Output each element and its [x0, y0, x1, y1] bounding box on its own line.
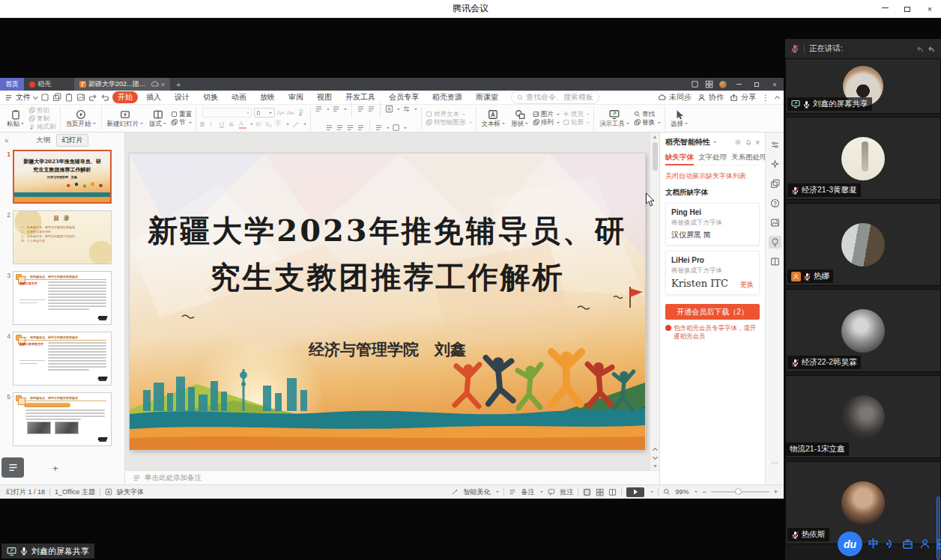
shrink-font-button[interactable]: A [287, 109, 294, 117]
participant-tile[interactable]: 刘鑫的屏幕共享 [785, 58, 941, 114]
ribbon-tab-rain-classroom[interactable]: 雨课堂 [470, 91, 503, 103]
superscript-button[interactable]: X² [255, 121, 263, 128]
undo-icon[interactable] [88, 93, 97, 102]
increase-indent-icon[interactable] [367, 105, 375, 113]
layout-button[interactable]: 版式 [148, 109, 168, 127]
bullet-list-icon[interactable] [315, 105, 323, 113]
ribbon-tab-design[interactable]: 设计 [169, 91, 195, 103]
underline-button[interactable]: U [220, 121, 227, 128]
picture-button[interactable]: 图片 [533, 111, 560, 118]
font-size-select[interactable]: 0 [254, 108, 275, 118]
align-center-icon[interactable] [336, 124, 344, 132]
present-tools-button[interactable]: 演示工具 [598, 109, 631, 127]
normal-view-icon[interactable] [583, 488, 591, 496]
font-card[interactable]: Ping Hei 将替换成下方字体 汉仪屏黑 简 [665, 203, 760, 246]
decrease-indent-icon[interactable] [357, 105, 365, 113]
find-button[interactable]: 查找 [634, 111, 661, 118]
scrollbar-thumb[interactable] [653, 142, 658, 171]
keyboard-grid-icon[interactable] [937, 538, 941, 550]
sync-status[interactable]: 未同步 [658, 92, 692, 103]
select-button[interactable]: 选择 [669, 109, 689, 127]
scroll-up-icon[interactable]: ▲ [650, 133, 659, 139]
new-document-tab-button[interactable]: + [170, 78, 187, 91]
zoom-in-button[interactable]: + [774, 488, 778, 496]
start-from-current-button[interactable]: 当页开始 [64, 109, 97, 127]
restore-button[interactable] [896, 0, 919, 18]
shape-button[interactable]: 形状 [509, 109, 530, 127]
align-right-icon[interactable] [346, 124, 354, 132]
align-left-icon[interactable] [325, 124, 333, 132]
arrange-button[interactable]: 排列 [533, 119, 560, 126]
back-arrow-icon[interactable] [926, 44, 936, 54]
text-direction-icon[interactable] [385, 105, 393, 113]
collaborate-button[interactable]: 协作 [698, 92, 724, 103]
smart-features-icon[interactable] [769, 236, 781, 249]
ribbon-tab-docer-res[interactable]: 稻壳资源 [427, 91, 468, 103]
new-slide-button[interactable]: 新建幻灯片 [106, 109, 145, 127]
beautify-button[interactable]: 智能美化 [463, 487, 490, 497]
outline-button[interactable]: 轮廓 [563, 119, 590, 126]
minimize-button[interactable] [874, 0, 896, 18]
image-tools-icon[interactable] [769, 216, 781, 229]
textbox-button[interactable]: 文本框 [480, 109, 507, 127]
phonetic-button[interactable]: 字 [275, 120, 282, 129]
tab-outline[interactable]: 大纲 [36, 136, 50, 145]
replace-button[interactable]: 替换 [634, 119, 661, 126]
wps-close-button[interactable]: × [769, 81, 781, 88]
section-button[interactable]: 节 [171, 119, 192, 126]
close-document-icon[interactable]: × [161, 81, 165, 88]
tab-slides[interactable]: 幻灯片 [56, 134, 88, 147]
subscript-button[interactable]: X₂ [265, 121, 273, 128]
reset-button[interactable]: 重置 [171, 111, 192, 118]
indent-list-icon[interactable] [375, 124, 383, 132]
slide-thumbnail-3[interactable]: 3 一、推免辅导员、研究生支教团推荐标准 新疆大学文件 [1, 271, 125, 325]
single-window-icon[interactable] [691, 80, 699, 88]
print-icon[interactable] [64, 93, 73, 102]
effects-icon[interactable] [769, 158, 781, 171]
tab-docer[interactable]: 稻壳 [24, 78, 56, 91]
collapse-ribbon-icon[interactable] [775, 96, 780, 101]
clear-format-icon[interactable] [297, 109, 305, 117]
download-after-member-button[interactable]: 开通会员后下载（2） [665, 304, 760, 320]
ribbon-tab-transition[interactable]: 切换 [198, 91, 223, 103]
output-icon[interactable] [52, 93, 61, 102]
slide-canvas[interactable]: 新疆大学2023年推免辅导员、研 究生支教团推荐工作解析 经济与管理学院 刘鑫 [130, 153, 645, 450]
slide-thumbnail-2[interactable]: 2 目 录 一、推免辅导员、研究生支教团推荐标准 二、推荐所需准备资料 三、推免… [1, 210, 125, 264]
window-grid-icon[interactable] [705, 80, 713, 88]
reading-view-icon[interactable] [608, 488, 617, 496]
help-icon[interactable] [769, 197, 781, 210]
strikethrough-button[interactable]: S [229, 121, 237, 128]
paragraph-layout-icon[interactable] [392, 124, 400, 132]
notes-button[interactable]: 备注 [521, 487, 534, 497]
redo-icon[interactable] [100, 93, 109, 102]
comments-button[interactable]: 批注 [560, 487, 573, 497]
fill-button[interactable]: 填充 [563, 111, 590, 118]
align-text-button[interactable]: 对齐文本 [426, 111, 472, 118]
notes-bar[interactable]: 单击此处添加备注 [125, 470, 659, 484]
editor-scrollbar[interactable]: ▲ ▼ [650, 133, 659, 470]
close-pane-icon[interactable]: × [755, 139, 760, 147]
participant-tile[interactable]: 经济22-2韩昊霖 [785, 289, 941, 372]
font-card[interactable]: LiHei Pro 将替换成下方字体 Kristen ITC 更换 [665, 251, 760, 295]
bold-button[interactable]: B [200, 121, 208, 128]
line-spacing-icon[interactable] [402, 105, 411, 113]
close-button[interactable]: × [919, 0, 941, 18]
share-button[interactable]: 分享 [730, 92, 756, 103]
toolbox-icon[interactable] [902, 538, 913, 550]
tab-document[interactable]: 新疆大学202...团推荐工作解析 × [74, 78, 170, 91]
wps-minimize-button[interactable] [733, 81, 745, 88]
user-icon[interactable] [919, 538, 931, 550]
zoom-slider[interactable] [711, 491, 769, 493]
font-family-select[interactable] [202, 108, 252, 118]
disable-auto-list-link[interactable]: 关闭自动展示缺失字体列表 [665, 171, 760, 181]
layout-switch-icon[interactable] [915, 44, 925, 54]
ribbon-tab-insert[interactable]: 插入 [141, 91, 166, 103]
theme-name[interactable]: 1_Office 主题 [55, 487, 95, 497]
participant-tile[interactable]: 物流21-1宋立鑫 [785, 375, 941, 458]
command-search-input[interactable]: 查找命令、搜索模板 [511, 91, 599, 104]
voice-input-icon[interactable] [885, 538, 896, 550]
zoom-out-button[interactable]: − [702, 488, 706, 496]
ribbon-tab-review[interactable]: 审阅 [283, 91, 309, 103]
slideshow-play-button[interactable] [626, 487, 644, 497]
reader-icon[interactable] [769, 255, 781, 268]
